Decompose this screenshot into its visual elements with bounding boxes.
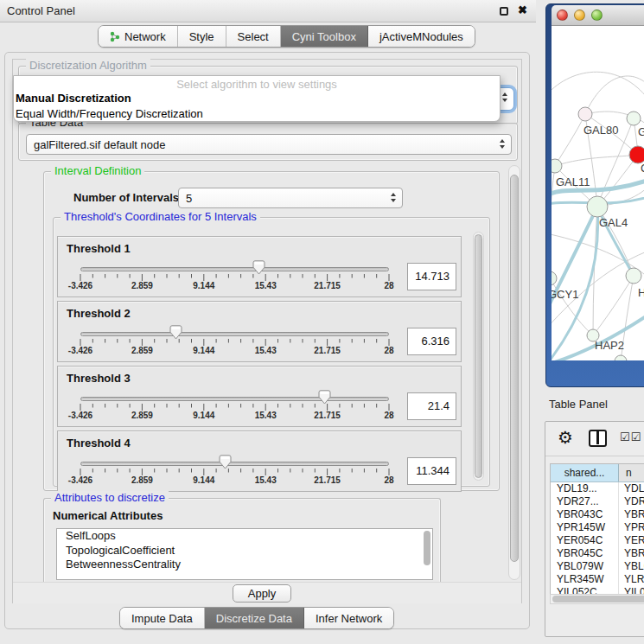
table-hscrollbar-thumb[interactable] [552, 596, 644, 603]
close-icon[interactable]: ✖ [518, 3, 527, 16]
control-panel-titlebar: Control Panel ✖ [0, 0, 536, 22]
cell-shared-name[interactable]: YBR043C [551, 508, 619, 521]
network-node[interactable] [552, 159, 562, 173]
cell-shared-name[interactable]: YLR345W [551, 573, 619, 586]
cell-shared-name[interactable]: YBR045C [551, 547, 619, 560]
thresholds-scrollbar-thumb[interactable] [475, 234, 482, 478]
column-header-shared-name[interactable]: shared... [551, 464, 619, 481]
column-header-name[interactable]: n [619, 464, 644, 481]
panel-scrollbar-thumb[interactable] [510, 175, 519, 562]
threshold-label: Threshold 3 [67, 372, 131, 385]
threshold-value-field[interactable]: 11.344 [407, 457, 456, 485]
dropdown-placeholder-item: Select algorithm to view settings [14, 76, 500, 90]
table-row[interactable]: YLR345WYLR3 [551, 573, 644, 586]
threshold-value-field[interactable]: 6.316 [407, 328, 456, 355]
table-row[interactable]: YDR27...YDR2 [551, 495, 644, 508]
cyni-toolbox-panel: Discretization Algorithm Select algorith… [4, 52, 530, 629]
cell-shared-name[interactable]: YDR27... [551, 495, 619, 508]
network-node[interactable] [627, 112, 641, 125]
tab-cyni-toolbox[interactable]: Cyni Toolbox [281, 26, 368, 47]
table-data-combo[interactable]: galFiltered.sif default node [26, 134, 512, 155]
algorithm-dropdown-popup: Select algorithm to view settings Manual… [13, 75, 501, 122]
cell-name[interactable]: YBR0 [619, 508, 644, 521]
tab-label: Select [238, 30, 269, 43]
network-node[interactable] [629, 146, 644, 163]
number-of-intervals-combo[interactable]: 5 [178, 188, 403, 208]
thresholds-scrollbar[interactable] [473, 232, 484, 481]
table-row[interactable]: YER054CYER0 [551, 534, 644, 547]
slider-handle[interactable] [169, 325, 182, 340]
dropdown-option-equal-width[interactable]: Equal Width/Frequency Discretization [14, 105, 500, 121]
table-header-row: shared... n [551, 464, 644, 482]
interval-definition-group: Interval Definition Number of Intervals … [43, 171, 500, 491]
cell-shared-name[interactable]: YER054C [551, 534, 619, 547]
table-panel-toolbar: ⚙ ☑☑ [545, 422, 644, 456]
network-node[interactable] [626, 268, 641, 284]
slider-track[interactable] [80, 267, 389, 271]
slider-handle[interactable] [219, 455, 232, 469]
tab-select[interactable]: Select [226, 26, 281, 47]
cell-name[interactable]: YDR2 [619, 495, 644, 508]
cell-name[interactable]: YDL1 [619, 482, 644, 495]
slider-track[interactable] [80, 332, 389, 336]
numerical-attributes-list[interactable]: SelfLoopsTopologicalCoefficientBetweenne… [56, 528, 433, 580]
tab-network[interactable]: Network [99, 26, 178, 47]
table-row[interactable]: YBL079WYBL0 [551, 560, 644, 573]
right-region: GAL80GACGAL11GAL4GCY1HHAP2 Table Panel ⚙… [536, 0, 644, 644]
cell-name[interactable]: YPR1 [619, 521, 644, 534]
slider-handle[interactable] [252, 260, 265, 275]
network-node-label: H [638, 286, 644, 299]
attribute-item[interactable]: BetweennessCentrality [57, 558, 432, 572]
threshold-value-field[interactable]: 21.4 [407, 392, 456, 420]
tick-label: -3.426 [68, 411, 92, 420]
network-node[interactable] [578, 107, 592, 121]
bottom-tab-bar: Impute DataDiscretize DataInfer Network [119, 607, 394, 629]
network-node[interactable] [552, 271, 557, 285]
float-window-icon[interactable] [500, 7, 508, 16]
network-node[interactable] [615, 355, 627, 360]
network-canvas[interactable]: GAL80GACGAL11GAL4GCY1HHAP2 [552, 26, 644, 360]
network-node[interactable] [587, 196, 608, 217]
tab-discretize-data[interactable]: Discretize Data [205, 608, 304, 628]
tab-style[interactable]: Style [178, 26, 226, 47]
combo-arrows-icon [391, 193, 396, 202]
cell-name[interactable]: YER0 [619, 534, 644, 547]
table-row[interactable]: YDL19...YDL1 [551, 482, 644, 495]
attribute-item[interactable]: TopologicalCoefficient [57, 544, 432, 558]
slider-track[interactable] [80, 397, 389, 401]
cell-shared-name[interactable]: YBL079W [551, 560, 619, 573]
node-attribute-table: shared... n YDL19...YDL1YDR27...YDR2YBR0… [550, 463, 644, 597]
threshold-label: Threshold 4 [67, 437, 131, 450]
cell-name[interactable]: YBL0 [619, 560, 644, 573]
zoom-traffic-light-icon[interactable] [591, 10, 603, 21]
split-panel-icon[interactable] [589, 430, 607, 447]
minimize-traffic-light-icon[interactable] [574, 10, 585, 21]
table-data-group: Table Data galFiltered.sif default node [18, 123, 518, 161]
cell-shared-name[interactable]: YPR145W [551, 521, 619, 534]
tab-impute-data[interactable]: Impute Data [120, 608, 205, 628]
attributes-list-scrollbar-thumb[interactable] [424, 531, 430, 565]
close-traffic-light-icon[interactable] [557, 10, 568, 21]
tab-infer-network[interactable]: Infer Network [304, 608, 393, 628]
slider-track[interactable] [80, 462, 389, 466]
apply-button[interactable]: Apply [233, 584, 291, 603]
tab-jactivemnodules[interactable]: jActiveMNodules [368, 26, 475, 47]
cell-name[interactable]: YLR3 [619, 573, 644, 586]
attribute-item[interactable]: SelfLoops [57, 529, 432, 544]
panel-vertical-scrollbar[interactable] [508, 165, 520, 580]
select-columns-icons[interactable]: ☑☑ [620, 430, 641, 443]
cell-name[interactable]: YBR0 [619, 547, 644, 560]
table-row[interactable]: YBR045CYBR0 [551, 547, 644, 560]
tab-label: Discretize Data [216, 612, 292, 625]
table-horizontal-scrollbar[interactable] [550, 594, 644, 604]
gear-icon[interactable]: ⚙ [558, 427, 573, 448]
tick-label: 21.715 [314, 475, 341, 485]
cell-shared-name[interactable]: YDL19... [551, 482, 619, 495]
slider-handle[interactable] [318, 390, 331, 405]
table-row[interactable]: YPR145WYPR1 [551, 521, 644, 534]
network-view-window: GAL80GACGAL11GAL4GCY1HHAP2 [545, 3, 644, 387]
threshold-value-field[interactable]: 14.713 [407, 263, 456, 290]
table-row[interactable]: YBR043CYBR0 [551, 508, 644, 521]
table-data-combo-value: galFiltered.sif default node [34, 138, 165, 151]
dropdown-option-manual[interactable]: Manual Discretization [14, 90, 500, 105]
